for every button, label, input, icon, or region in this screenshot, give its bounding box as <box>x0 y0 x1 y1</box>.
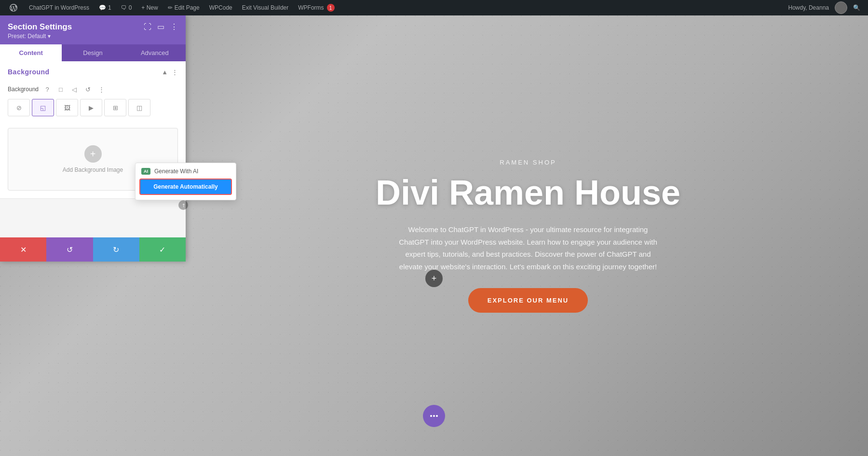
exit-builder-button[interactable]: Exit Visual Builder <box>238 0 293 15</box>
comments-icon: 💬 <box>99 4 106 11</box>
ai-dropdown-title: Generate With AI <box>154 168 198 175</box>
hero-description: Welcome to ChatGPT in WordPress - your u… <box>398 223 658 273</box>
bg-type-none[interactable]: ⊘ <box>8 99 30 116</box>
admin-bar-right: Howdy, Deanna 🔍 <box>785 0 865 15</box>
more-options-icon[interactable]: ⋮ <box>170 22 178 31</box>
panel-title: Section Settings <box>8 22 72 32</box>
explore-menu-button[interactable]: EXPLORE OUR MENU <box>468 288 588 313</box>
color-icon: ◱ <box>40 104 46 111</box>
save-button[interactable]: ✓ <box>139 237 186 262</box>
bg-type-pattern[interactable]: ⊞ <box>104 99 126 116</box>
dot2 <box>433 415 435 417</box>
none-icon: ⊘ <box>16 104 22 111</box>
gradient-icon: ◫ <box>136 104 142 111</box>
background-controls: Background ? □ ◁ ↺ ⋮ ⊘ ◱ <box>0 81 186 128</box>
howdy-text: Howdy, Deanna <box>785 4 833 11</box>
floating-menu-button[interactable] <box>423 405 445 427</box>
bubbles-icon: 🗨 <box>121 4 127 11</box>
mobile-icon[interactable]: □ <box>56 84 66 94</box>
admin-bar-left: ChatGPT in WordPress 💬 1 🗨 0 + New ✏ Edi… <box>4 0 785 15</box>
main-area: RAMEN SHOP Divi Ramen House Welcome to C… <box>0 15 868 456</box>
hero-title: Divi Ramen House <box>376 174 680 212</box>
comments-count-button[interactable]: 🗨 0 <box>117 0 136 15</box>
wpforms-button[interactable]: WPForms 1 <box>294 0 338 15</box>
background-label: Background <box>8 86 39 93</box>
pattern-icon: ⊞ <box>113 104 118 111</box>
tab-design[interactable]: Design <box>62 44 123 61</box>
ai-dropdown-header: AI Generate With AI <box>136 163 236 179</box>
wp-logo-button[interactable] <box>4 0 23 15</box>
site-title-button[interactable]: ChatGPT in WordPress <box>25 0 93 15</box>
hero-subtitle: RAMEN SHOP <box>500 159 556 166</box>
background-section-icons: ▲ ⋮ <box>162 69 178 76</box>
resize-icon: ↗ <box>180 202 186 208</box>
image-icon: 🖼 <box>64 104 70 111</box>
dot3 <box>436 415 438 417</box>
section-more-icon[interactable]: ⋮ <box>172 69 178 76</box>
generate-automatically-button[interactable]: Generate Automatically <box>139 179 232 195</box>
panel-header-left: Section Settings Preset: Default ▾ <box>8 22 72 40</box>
panel-body: Background ▲ ⋮ Background ? □ ◁ ↺ ⋮ <box>0 61 186 237</box>
background-section-header: Background ▲ ⋮ <box>0 61 186 81</box>
bg-type-gradient[interactable]: ◫ <box>128 99 150 116</box>
search-icon: 🔍 <box>853 4 860 11</box>
section-settings-panel: Section Settings Preset: Default ▾ ⛶ ▭ ⋮… <box>0 15 186 262</box>
redo-button[interactable]: ↻ <box>93 237 139 262</box>
wpcode-button[interactable]: WPCode <box>205 0 236 15</box>
panel-footer: ✕ ↺ ↻ ✓ <box>0 237 186 262</box>
ai-badge: AI <box>141 168 150 175</box>
chevron-down-icon: ▾ <box>48 33 51 40</box>
fullscreen-icon[interactable]: ⛶ <box>144 23 151 31</box>
edit-page-button[interactable]: ✏ Edit Page <box>164 0 203 15</box>
bg-type-video[interactable]: ▶ <box>80 99 102 116</box>
panel-header: Section Settings Preset: Default ▾ ⛶ ▭ ⋮ <box>0 15 186 44</box>
undo-button[interactable]: ↺ <box>46 237 93 262</box>
dot1 <box>430 415 432 417</box>
wpforms-badge: 1 <box>327 4 335 12</box>
tab-content[interactable]: Content <box>0 44 62 61</box>
undo-icon: ↺ <box>67 245 73 254</box>
admin-bar: ChatGPT in WordPress 💬 1 🗨 0 + New ✏ Edi… <box>0 0 868 15</box>
collapse-icon[interactable]: ▲ <box>162 69 168 76</box>
help-icon[interactable]: ? <box>42 84 52 94</box>
add-section-button[interactable]: + <box>425 270 443 287</box>
background-section-title: Background <box>8 68 50 76</box>
background-label-row: Background ? □ ◁ ↺ ⋮ <box>8 84 178 94</box>
wp-icon <box>9 3 18 13</box>
panel-header-icons: ⛶ ▭ ⋮ <box>144 22 178 31</box>
check-icon: ✓ <box>159 245 165 254</box>
options-icon[interactable]: ⋮ <box>96 84 106 94</box>
background-type-buttons: ⊘ ◱ 🖼 ▶ ⊞ <box>8 99 178 116</box>
responsive-icon[interactable]: ▭ <box>157 22 164 31</box>
tab-advanced[interactable]: Advanced <box>124 44 186 61</box>
bg-type-color[interactable]: ◱ <box>32 99 54 116</box>
redo-icon: ↻ <box>113 245 119 254</box>
plus-icon: + <box>90 149 96 160</box>
upload-plus-button[interactable]: + <box>84 145 102 163</box>
cancel-icon: ✕ <box>20 245 27 254</box>
reset-icon[interactable]: ↺ <box>83 84 93 94</box>
hero-content: RAMEN SHOP Divi Ramen House Welcome to C… <box>188 15 868 456</box>
preset-selector[interactable]: Preset: Default ▾ <box>8 33 72 40</box>
cancel-button[interactable]: ✕ <box>0 237 46 262</box>
upload-label: Add Background Image <box>63 166 123 173</box>
plus-icon: + <box>432 274 437 284</box>
video-icon: ▶ <box>89 104 94 111</box>
back-icon[interactable]: ◁ <box>69 84 79 94</box>
bg-type-image[interactable]: 🖼 <box>56 99 78 116</box>
comments-button[interactable]: 💬 1 <box>95 0 115 15</box>
ai-dropdown: AI Generate With AI Generate Automatical… <box>135 163 236 200</box>
panel-tabs: Content Design Advanced <box>0 44 186 61</box>
new-button[interactable]: + New <box>137 0 162 15</box>
avatar[interactable] <box>835 1 847 14</box>
search-button[interactable]: 🔍 <box>849 0 864 15</box>
pencil-icon: ✏ <box>168 4 173 11</box>
